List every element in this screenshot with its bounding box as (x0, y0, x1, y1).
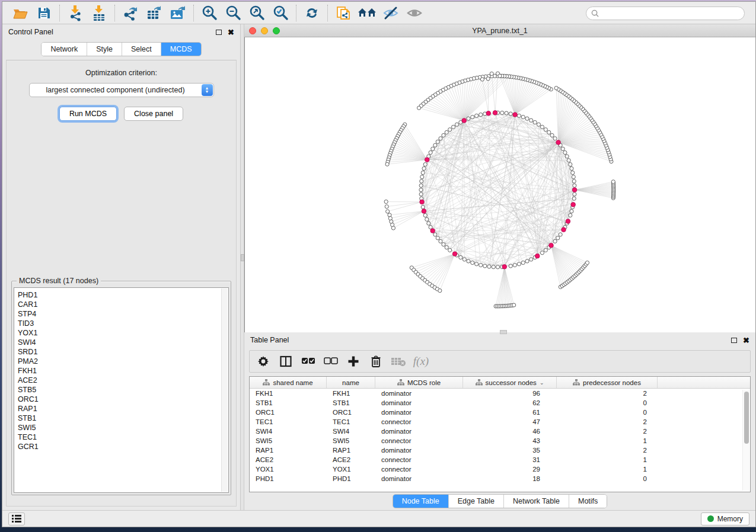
ring-node[interactable] (525, 117, 529, 120)
task-history-button[interactable] (8, 512, 25, 525)
network-view[interactable] (244, 37, 755, 332)
network-graph[interactable] (245, 37, 755, 332)
mcds-hub-node[interactable] (420, 200, 425, 204)
mcds-hub-node[interactable] (486, 111, 491, 116)
ring-node[interactable] (517, 114, 521, 117)
ring-node[interactable] (431, 147, 435, 150)
table-row[interactable]: PHD1PHD1dominator180 (250, 474, 750, 483)
mcds-hub-node[interactable] (462, 118, 467, 123)
scrollbar-thumb[interactable] (744, 392, 749, 444)
ring-node[interactable] (433, 233, 437, 236)
ring-node[interactable] (547, 130, 551, 134)
ring-node[interactable] (467, 117, 470, 120)
search-field[interactable] (586, 7, 745, 20)
ring-node[interactable] (487, 265, 491, 268)
ring-node[interactable] (479, 113, 483, 116)
ring-node[interactable] (422, 166, 426, 170)
table-row[interactable]: ORC1ORC1dominator610 (250, 408, 750, 417)
ring-node[interactable] (572, 175, 575, 179)
mcds-result-item[interactable]: STB1 (18, 414, 228, 423)
export-network-button[interactable] (119, 4, 142, 23)
ring-node[interactable] (544, 128, 547, 132)
cell-shared-name[interactable]: SWI4 (250, 427, 327, 436)
ring-node[interactable] (540, 125, 544, 129)
ring-node[interactable] (529, 118, 533, 122)
ring-node[interactable] (573, 184, 576, 187)
zoom-out-button[interactable] (221, 4, 245, 23)
table-scrollbar[interactable] (742, 390, 749, 491)
ring-node[interactable] (445, 130, 448, 134)
cell-predecessor-nodes[interactable]: 1 (557, 455, 658, 464)
cell-MCDS-role[interactable]: dominator (375, 474, 463, 483)
cell-shared-name[interactable]: TEC1 (250, 417, 327, 427)
ring-node[interactable] (556, 236, 560, 240)
table-mode-button[interactable] (253, 352, 273, 370)
ring-node[interactable] (479, 263, 483, 267)
mcds-result-item[interactable]: CAR1 (18, 300, 228, 309)
cell-shared-name[interactable]: ORC1 (250, 408, 327, 417)
mcds-hub-node[interactable] (513, 113, 518, 117)
cell-predecessor-nodes[interactable]: 2 (557, 446, 658, 455)
cell-successor-nodes[interactable]: 61 (463, 408, 557, 417)
ring-node[interactable] (559, 233, 562, 236)
create-column-button[interactable] (343, 352, 363, 370)
ring-node[interactable] (529, 258, 533, 261)
deselect-all-columns-button[interactable] (321, 352, 341, 370)
cell-predecessor-nodes[interactable]: 2 (557, 417, 658, 427)
cell-MCDS-role[interactable]: dominator (375, 408, 463, 417)
criterion-select[interactable]: largest connected component (undirected)… (29, 83, 214, 97)
ring-node[interactable] (421, 171, 425, 174)
list-scrollbar[interactable] (221, 289, 228, 492)
mcds-hub-node[interactable] (502, 264, 507, 269)
ring-node[interactable] (509, 264, 512, 268)
ring-node[interactable] (563, 150, 567, 154)
save-session-button[interactable] (32, 4, 56, 23)
cell-shared-name[interactable]: STB1 (250, 398, 327, 408)
open-session-button[interactable] (8, 4, 32, 23)
ring-node[interactable] (448, 128, 452, 132)
ring-node[interactable] (419, 193, 423, 196)
ring-node[interactable] (540, 251, 544, 255)
mcds-hub-node[interactable] (556, 140, 561, 145)
search-input[interactable] (602, 9, 739, 18)
mcds-result-item[interactable]: TEC1 (18, 432, 228, 442)
ring-node[interactable] (567, 159, 570, 162)
tab-style[interactable]: Style (87, 43, 122, 56)
cell-MCDS-role[interactable]: dominator (375, 446, 463, 455)
cell-name[interactable]: FKH1 (327, 389, 375, 398)
ring-node[interactable] (439, 239, 442, 243)
mcds-result-item[interactable]: SWI4 (18, 338, 228, 347)
window-close-button[interactable] (249, 27, 256, 34)
ring-node[interactable] (423, 213, 427, 217)
cell-successor-nodes[interactable]: 18 (463, 474, 557, 483)
ring-node[interactable] (570, 209, 573, 213)
tab-network[interactable]: Network (42, 43, 87, 56)
table-row[interactable]: RAP1RAP1dominator352 (250, 446, 750, 455)
table-row[interactable]: TEC1TEC1connector472 (250, 417, 750, 427)
delete-table-button[interactable] (388, 352, 409, 370)
ring-node[interactable] (429, 150, 432, 154)
column-header-name[interactable]: name (327, 377, 375, 388)
leaf-node[interactable] (438, 289, 442, 292)
ring-node[interactable] (496, 265, 499, 269)
ring-node[interactable] (544, 248, 547, 252)
ring-node[interactable] (475, 262, 479, 266)
mcds-hub-node[interactable] (549, 243, 554, 248)
ring-node[interactable] (451, 125, 455, 129)
ring-node[interactable] (570, 166, 573, 170)
ring-node[interactable] (561, 147, 564, 150)
zoom-fit-button[interactable] (245, 4, 269, 23)
delete-column-button[interactable] (366, 352, 386, 370)
cell-MCDS-role[interactable]: connector (375, 417, 463, 427)
ring-node[interactable] (572, 180, 576, 183)
leaf-node[interactable] (384, 200, 388, 203)
ring-node[interactable] (420, 180, 423, 183)
column-header-MCDS-role[interactable]: MCDS role (375, 377, 463, 388)
ring-node[interactable] (471, 261, 474, 264)
ring-node[interactable] (442, 133, 445, 137)
export-table-button[interactable] (142, 4, 166, 23)
show-all-button[interactable] (403, 4, 426, 23)
ring-node[interactable] (553, 137, 557, 140)
ring-node[interactable] (421, 205, 425, 209)
cell-name[interactable]: PHD1 (327, 474, 375, 483)
